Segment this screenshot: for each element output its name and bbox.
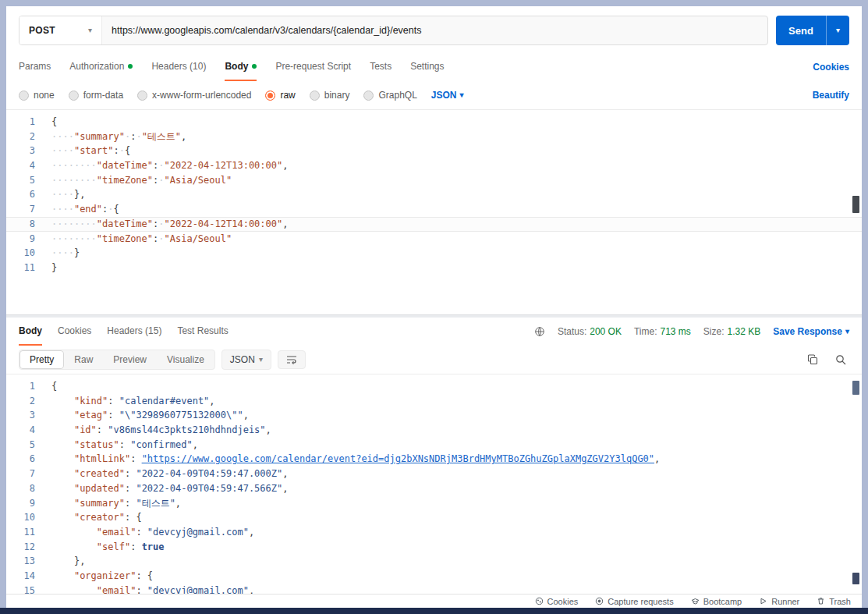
code-line[interactable]: 15 "email": "devcyj@gmail.com", [6,584,862,594]
code-line[interactable]: 11 "email": "devcyj@gmail.com", [6,525,862,540]
tab-response-headers[interactable]: Headers (15) [107,318,161,346]
line-number: 3 [6,408,51,423]
request-body-editor[interactable]: 1{2····"summary"·:·"테스트",3····"start":·{… [6,109,862,314]
tab-body[interactable]: Body [225,53,257,81]
code-line[interactable]: 2 "kind": "calendar#event", [6,394,862,409]
code-line[interactable]: 10 "creator": { [6,510,862,525]
code-line[interactable]: 13 }, [6,554,862,569]
footer-runner[interactable]: Runner [759,597,799,606]
send-button[interactable]: Send [776,16,826,45]
code-line[interactable]: 10····} [6,246,862,261]
body-type-none[interactable]: none [19,90,55,101]
save-response-button[interactable]: Save Response▾ [773,326,849,337]
response-code: 1{2 "kind": "calendar#event",3 "etag": "… [6,374,862,594]
code-line[interactable]: 7 "created": "2022-04-09T04:59:47.000Z", [6,467,862,481]
size-label: Size: [703,326,725,337]
tab-label: Params [19,61,51,72]
code-line[interactable]: 14 "organizer": { [6,569,862,584]
tab-settings[interactable]: Settings [410,53,444,81]
chevron-down-icon: ▾ [259,356,263,364]
code-line[interactable]: 6····}, [6,187,862,202]
code-line[interactable]: 2····"summary"·:·"테스트", [6,130,862,144]
footer-label: Bootcamp [703,597,742,606]
code-line[interactable]: 7····"end":·{ [6,202,862,217]
tab-label: Headers (10) [151,61,206,72]
tab-test-results[interactable]: Test Results [177,318,228,346]
chevron-down-icon: ▾ [460,91,464,99]
scrollbar-thumb[interactable] [852,381,859,395]
code-line[interactable]: 8········"dateTime":·"2022-04-12T14:00:0… [6,217,862,232]
tab-tests[interactable]: Tests [370,53,391,81]
cookies-link[interactable]: Cookies [813,53,849,81]
tab-response-cookies[interactable]: Cookies [58,318,91,346]
tab-pre-request-script[interactable]: Pre-request Script [275,53,351,81]
runner-icon [759,597,767,605]
code-line[interactable]: 9········"timeZone":·"Asia/Seoul" [6,232,862,247]
body-type-binary[interactable]: binary [310,90,350,101]
tab-headers[interactable]: Headers (10) [151,53,206,81]
code-line[interactable]: 9 "summary": "테스트", [6,496,862,511]
tab-authorization[interactable]: Authorization [69,53,133,81]
line-number: 14 [6,569,51,584]
footer-cookies[interactable]: Cookies [535,597,579,606]
code-line[interactable]: 3····"start":·{ [6,144,862,158]
line-number: 9 [6,496,51,511]
footer-trash[interactable]: Trash [817,597,851,606]
radio-label: raw [280,90,295,101]
code-line[interactable]: 1{ [6,379,862,394]
scrollbar-thumb[interactable] [852,196,859,213]
capture-icon [595,597,604,605]
chevron-down-icon: ▾ [845,328,849,335]
trash-icon [817,597,825,605]
footer-bootcamp[interactable]: Bootcamp [691,597,742,606]
tab-response-body[interactable]: Body [19,318,42,346]
view-raw[interactable]: Raw [64,350,103,369]
body-type-urlencoded[interactable]: x-www-form-urlencoded [137,90,251,101]
line-number: 1 [6,115,51,130]
view-preview[interactable]: Preview [103,350,157,369]
radio-label: GraphQL [378,90,416,101]
request-code: 1{2····"summary"·:·"테스트",3····"start":·{… [6,110,862,275]
response-body-editor[interactable]: 1{2 "kind": "calendar#event",3 "etag": "… [6,374,862,594]
radio-label: none [34,90,55,101]
toolbar-right-icons [804,351,849,368]
response-format-select[interactable]: JSON▾ [221,350,271,370]
line-number: 2 [6,130,51,144]
code-line[interactable]: 5········"timeZone":·"Asia/Seoul" [6,173,862,188]
beautify-link[interactable]: Beautify [813,90,849,101]
status-value: 200 OK [590,326,622,337]
request-url-bar: POST ▾ Send ▾ [6,6,862,53]
code-line[interactable]: 4 "id": "v86msl44c3pkts210hdhndjeis", [6,423,862,438]
view-pretty[interactable]: Pretty [19,350,64,369]
code-line[interactable]: 6 "htmlLink": "https://www.google.com/ca… [6,452,862,467]
code-line[interactable]: 8 "updated": "2022-04-09T04:59:47.566Z", [6,481,862,496]
code-line[interactable]: 5 "status": "confirmed", [6,438,862,453]
code-line[interactable]: 4········"dateTime":·"2022-04-12T13:00:0… [6,158,862,173]
size-badge: Size:1.32 KB [703,326,760,337]
tab-params[interactable]: Params [19,53,51,81]
tab-label: Settings [410,61,444,72]
search-icon[interactable] [832,351,849,368]
code-line[interactable]: 3 "etag": "\"3298960775132000\"", [6,408,862,423]
scrollbar-marker [852,573,859,584]
footer-capture-requests[interactable]: Capture requests [595,597,673,606]
copy-icon[interactable] [804,351,821,368]
body-type-form-data[interactable]: form-data [69,90,123,101]
url-input[interactable] [102,16,767,44]
send-options-button[interactable]: ▾ [826,16,849,45]
wrap-line-button[interactable] [278,350,306,369]
line-number: 9 [6,232,51,247]
view-visualize[interactable]: Visualize [157,350,214,369]
method-select[interactable]: POST ▾ [19,16,102,44]
raw-format-select[interactable]: JSON▾ [431,90,464,101]
network-icon [534,326,545,337]
response-meta: Status:200 OK Time:713 ms Size:1.32 KB S… [534,318,849,346]
postman-window: POST ▾ Send ▾ Params Authorization Heade… [6,6,862,608]
body-type-graphql[interactable]: GraphQL [363,90,416,101]
code-line[interactable]: 1{ [6,115,862,130]
code-line[interactable]: 11} [6,261,862,275]
body-type-raw[interactable]: raw [265,90,295,101]
tab-label: Headers (15) [107,325,161,336]
line-number: 6 [6,452,51,467]
code-line[interactable]: 12 "self": true [6,540,862,555]
